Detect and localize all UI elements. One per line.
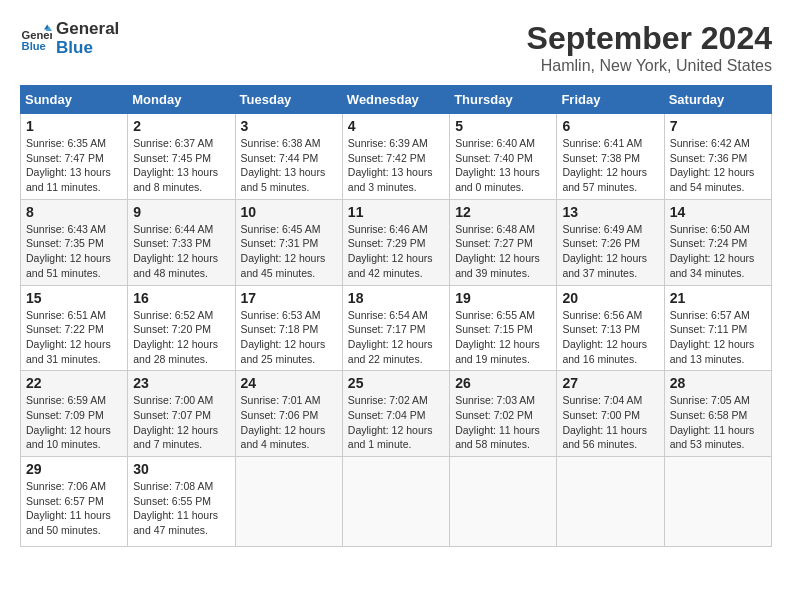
day-number: 13	[562, 204, 658, 220]
day-number: 4	[348, 118, 444, 134]
day-number: 6	[562, 118, 658, 134]
day-info: Sunrise: 6:35 AMSunset: 7:47 PMDaylight:…	[26, 136, 122, 195]
day-info: Sunrise: 6:52 AMSunset: 7:20 PMDaylight:…	[133, 308, 229, 367]
week-row-1: 1Sunrise: 6:35 AMSunset: 7:47 PMDaylight…	[21, 114, 772, 200]
day-number: 25	[348, 375, 444, 391]
weekday-header-thursday: Thursday	[450, 86, 557, 114]
day-info: Sunrise: 6:50 AMSunset: 7:24 PMDaylight:…	[670, 222, 766, 281]
calendar-cell: 20Sunrise: 6:56 AMSunset: 7:13 PMDayligh…	[557, 285, 664, 371]
day-number: 28	[670, 375, 766, 391]
day-number: 7	[670, 118, 766, 134]
calendar-cell	[557, 457, 664, 547]
day-number: 16	[133, 290, 229, 306]
day-number: 15	[26, 290, 122, 306]
day-number: 5	[455, 118, 551, 134]
calendar-cell	[664, 457, 771, 547]
day-number: 24	[241, 375, 337, 391]
calendar-cell: 9Sunrise: 6:44 AMSunset: 7:33 PMDaylight…	[128, 199, 235, 285]
calendar-cell: 4Sunrise: 6:39 AMSunset: 7:42 PMDaylight…	[342, 114, 449, 200]
calendar-cell: 30Sunrise: 7:08 AMSunset: 6:55 PMDayligh…	[128, 457, 235, 547]
calendar-cell: 22Sunrise: 6:59 AMSunset: 7:09 PMDayligh…	[21, 371, 128, 457]
header: General Blue General Blue September 2024…	[20, 20, 772, 75]
weekday-header-saturday: Saturday	[664, 86, 771, 114]
calendar-cell: 29Sunrise: 7:06 AMSunset: 6:57 PMDayligh…	[21, 457, 128, 547]
calendar-cell: 17Sunrise: 6:53 AMSunset: 7:18 PMDayligh…	[235, 285, 342, 371]
calendar-cell: 10Sunrise: 6:45 AMSunset: 7:31 PMDayligh…	[235, 199, 342, 285]
calendar-cell: 8Sunrise: 6:43 AMSunset: 7:35 PMDaylight…	[21, 199, 128, 285]
day-info: Sunrise: 7:08 AMSunset: 6:55 PMDaylight:…	[133, 479, 229, 538]
day-info: Sunrise: 6:40 AMSunset: 7:40 PMDaylight:…	[455, 136, 551, 195]
day-info: Sunrise: 7:00 AMSunset: 7:07 PMDaylight:…	[133, 393, 229, 452]
day-number: 21	[670, 290, 766, 306]
day-number: 8	[26, 204, 122, 220]
day-info: Sunrise: 6:57 AMSunset: 7:11 PMDaylight:…	[670, 308, 766, 367]
day-info: Sunrise: 6:51 AMSunset: 7:22 PMDaylight:…	[26, 308, 122, 367]
logo-text-blue: Blue	[56, 39, 119, 58]
calendar-cell: 5Sunrise: 6:40 AMSunset: 7:40 PMDaylight…	[450, 114, 557, 200]
day-info: Sunrise: 6:45 AMSunset: 7:31 PMDaylight:…	[241, 222, 337, 281]
week-row-2: 8Sunrise: 6:43 AMSunset: 7:35 PMDaylight…	[21, 199, 772, 285]
day-info: Sunrise: 6:53 AMSunset: 7:18 PMDaylight:…	[241, 308, 337, 367]
day-info: Sunrise: 6:59 AMSunset: 7:09 PMDaylight:…	[26, 393, 122, 452]
title-area: September 2024 Hamlin, New York, United …	[527, 20, 772, 75]
calendar-cell: 15Sunrise: 6:51 AMSunset: 7:22 PMDayligh…	[21, 285, 128, 371]
day-info: Sunrise: 7:03 AMSunset: 7:02 PMDaylight:…	[455, 393, 551, 452]
day-info: Sunrise: 6:48 AMSunset: 7:27 PMDaylight:…	[455, 222, 551, 281]
day-info: Sunrise: 6:42 AMSunset: 7:36 PMDaylight:…	[670, 136, 766, 195]
weekday-header-sunday: Sunday	[21, 86, 128, 114]
day-info: Sunrise: 6:44 AMSunset: 7:33 PMDaylight:…	[133, 222, 229, 281]
calendar-cell: 28Sunrise: 7:05 AMSunset: 6:58 PMDayligh…	[664, 371, 771, 457]
calendar-cell: 7Sunrise: 6:42 AMSunset: 7:36 PMDaylight…	[664, 114, 771, 200]
day-info: Sunrise: 7:02 AMSunset: 7:04 PMDaylight:…	[348, 393, 444, 452]
day-number: 29	[26, 461, 122, 477]
day-info: Sunrise: 6:54 AMSunset: 7:17 PMDaylight:…	[348, 308, 444, 367]
day-info: Sunrise: 6:43 AMSunset: 7:35 PMDaylight:…	[26, 222, 122, 281]
calendar-cell: 23Sunrise: 7:00 AMSunset: 7:07 PMDayligh…	[128, 371, 235, 457]
day-info: Sunrise: 6:55 AMSunset: 7:15 PMDaylight:…	[455, 308, 551, 367]
weekday-header-monday: Monday	[128, 86, 235, 114]
calendar-cell: 3Sunrise: 6:38 AMSunset: 7:44 PMDaylight…	[235, 114, 342, 200]
calendar-cell: 2Sunrise: 6:37 AMSunset: 7:45 PMDaylight…	[128, 114, 235, 200]
calendar-cell: 26Sunrise: 7:03 AMSunset: 7:02 PMDayligh…	[450, 371, 557, 457]
day-number: 26	[455, 375, 551, 391]
weekday-header-wednesday: Wednesday	[342, 86, 449, 114]
day-info: Sunrise: 7:05 AMSunset: 6:58 PMDaylight:…	[670, 393, 766, 452]
calendar-cell: 1Sunrise: 6:35 AMSunset: 7:47 PMDaylight…	[21, 114, 128, 200]
calendar-cell: 21Sunrise: 6:57 AMSunset: 7:11 PMDayligh…	[664, 285, 771, 371]
calendar-cell: 12Sunrise: 6:48 AMSunset: 7:27 PMDayligh…	[450, 199, 557, 285]
calendar-cell	[342, 457, 449, 547]
day-number: 30	[133, 461, 229, 477]
month-title: September 2024	[527, 20, 772, 57]
week-row-4: 22Sunrise: 6:59 AMSunset: 7:09 PMDayligh…	[21, 371, 772, 457]
calendar-cell: 24Sunrise: 7:01 AMSunset: 7:06 PMDayligh…	[235, 371, 342, 457]
week-row-5: 29Sunrise: 7:06 AMSunset: 6:57 PMDayligh…	[21, 457, 772, 547]
calendar-cell: 6Sunrise: 6:41 AMSunset: 7:38 PMDaylight…	[557, 114, 664, 200]
svg-text:Blue: Blue	[22, 40, 46, 52]
day-number: 14	[670, 204, 766, 220]
day-info: Sunrise: 6:46 AMSunset: 7:29 PMDaylight:…	[348, 222, 444, 281]
calendar-cell: 13Sunrise: 6:49 AMSunset: 7:26 PMDayligh…	[557, 199, 664, 285]
calendar-cell: 25Sunrise: 7:02 AMSunset: 7:04 PMDayligh…	[342, 371, 449, 457]
day-number: 1	[26, 118, 122, 134]
calendar-cell: 27Sunrise: 7:04 AMSunset: 7:00 PMDayligh…	[557, 371, 664, 457]
day-info: Sunrise: 6:49 AMSunset: 7:26 PMDaylight:…	[562, 222, 658, 281]
logo: General Blue General Blue	[20, 20, 119, 57]
day-number: 19	[455, 290, 551, 306]
day-info: Sunrise: 6:56 AMSunset: 7:13 PMDaylight:…	[562, 308, 658, 367]
day-info: Sunrise: 6:37 AMSunset: 7:45 PMDaylight:…	[133, 136, 229, 195]
logo-icon: General Blue	[20, 23, 52, 55]
day-number: 17	[241, 290, 337, 306]
day-number: 2	[133, 118, 229, 134]
day-info: Sunrise: 7:04 AMSunset: 7:00 PMDaylight:…	[562, 393, 658, 452]
day-number: 3	[241, 118, 337, 134]
calendar-cell: 14Sunrise: 6:50 AMSunset: 7:24 PMDayligh…	[664, 199, 771, 285]
day-number: 22	[26, 375, 122, 391]
day-number: 18	[348, 290, 444, 306]
day-number: 27	[562, 375, 658, 391]
calendar-cell: 16Sunrise: 6:52 AMSunset: 7:20 PMDayligh…	[128, 285, 235, 371]
day-info: Sunrise: 7:06 AMSunset: 6:57 PMDaylight:…	[26, 479, 122, 538]
calendar-table: SundayMondayTuesdayWednesdayThursdayFrid…	[20, 85, 772, 547]
calendar-cell	[450, 457, 557, 547]
day-number: 20	[562, 290, 658, 306]
day-info: Sunrise: 6:41 AMSunset: 7:38 PMDaylight:…	[562, 136, 658, 195]
